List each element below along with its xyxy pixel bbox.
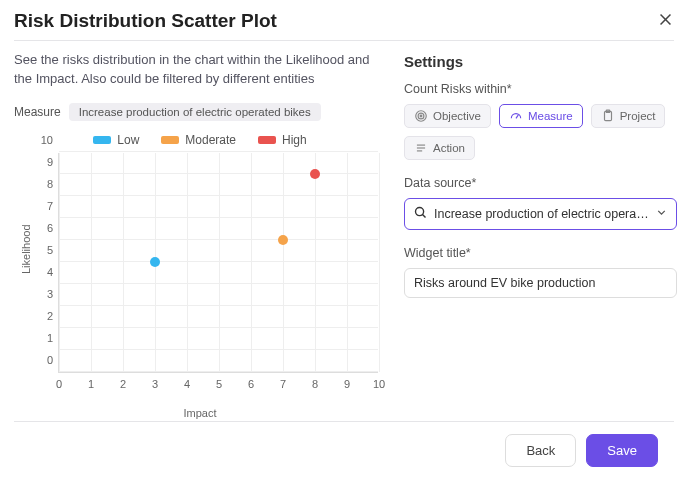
legend-swatch-moderate bbox=[161, 136, 179, 144]
footer: Back Save bbox=[14, 421, 674, 469]
chart: Low Moderate High Likelihood 00112233445… bbox=[14, 129, 386, 419]
gridline-h bbox=[59, 195, 378, 196]
gridline-v bbox=[59, 153, 60, 372]
save-button[interactable]: Save bbox=[586, 434, 658, 467]
target-icon bbox=[414, 109, 428, 123]
y-tick: 3 bbox=[33, 288, 53, 300]
y-tick: 0 bbox=[33, 354, 53, 366]
data-source-label: Data source* bbox=[404, 176, 677, 190]
gridline-v bbox=[379, 153, 380, 372]
entity-measure-label: Measure bbox=[528, 110, 573, 122]
svg-point-11 bbox=[416, 208, 424, 216]
data-point bbox=[278, 235, 288, 245]
search-icon bbox=[413, 205, 428, 223]
count-risks-label: Count Risks within* bbox=[404, 82, 677, 96]
gridline-v bbox=[219, 153, 220, 372]
header: Risk Distribution Scatter Plot bbox=[14, 0, 674, 40]
gridline-h bbox=[59, 173, 378, 174]
x-tick: 2 bbox=[120, 378, 126, 390]
legend-item-high: High bbox=[258, 133, 307, 147]
y-axis-label: Likelihood bbox=[20, 224, 32, 274]
entity-objective-label: Objective bbox=[433, 110, 481, 122]
gridline-v bbox=[91, 153, 92, 372]
x-tick: 3 bbox=[152, 378, 158, 390]
data-point bbox=[310, 169, 320, 179]
widget-title-label: Widget title* bbox=[404, 246, 677, 260]
x-tick: 8 bbox=[312, 378, 318, 390]
y-tick: 10 bbox=[33, 134, 53, 146]
gridline-v bbox=[283, 153, 284, 372]
y-tick: 2 bbox=[33, 310, 53, 322]
legend-swatch-high bbox=[258, 136, 276, 144]
page-title: Risk Distribution Scatter Plot bbox=[14, 10, 277, 32]
x-tick: 5 bbox=[216, 378, 222, 390]
modal: Risk Distribution Scatter Plot See the r… bbox=[0, 0, 688, 469]
y-tick: 1 bbox=[33, 332, 53, 344]
y-tick: 5 bbox=[33, 244, 53, 256]
measure-chip: Increase production of electric operated… bbox=[69, 103, 321, 121]
entity-action[interactable]: Action bbox=[404, 136, 475, 160]
x-tick: 7 bbox=[280, 378, 286, 390]
svg-line-12 bbox=[423, 215, 426, 218]
entity-project-label: Project bbox=[620, 110, 656, 122]
x-tick: 1 bbox=[88, 378, 94, 390]
measure-chip-row: Measure Increase production of electric … bbox=[14, 103, 386, 121]
back-button[interactable]: Back bbox=[505, 434, 576, 467]
y-tick: 9 bbox=[33, 156, 53, 168]
x-tick: 0 bbox=[56, 378, 62, 390]
y-tick: 8 bbox=[33, 178, 53, 190]
entity-measure[interactable]: Measure bbox=[499, 104, 583, 128]
entity-project[interactable]: Project bbox=[591, 104, 666, 128]
x-tick: 6 bbox=[248, 378, 254, 390]
measure-chip-prefix: Measure bbox=[14, 105, 61, 119]
gridline-v bbox=[315, 153, 316, 372]
legend-item-low: Low bbox=[93, 133, 139, 147]
legend-item-moderate: Moderate bbox=[161, 133, 236, 147]
legend-label-moderate: Moderate bbox=[185, 133, 236, 147]
clipboard-icon bbox=[601, 109, 615, 123]
description-text: See the risks distribution in the chart … bbox=[14, 51, 386, 89]
svg-line-5 bbox=[516, 115, 518, 119]
legend-label-low: Low bbox=[117, 133, 139, 147]
settings-panel: Settings Count Risks within* Objective M… bbox=[404, 51, 677, 419]
plot-area: 001122334455667788991010 bbox=[58, 153, 378, 373]
gridline-h bbox=[59, 239, 378, 240]
close-button[interactable] bbox=[657, 11, 674, 32]
gridline-h bbox=[59, 151, 378, 152]
y-tick: 4 bbox=[33, 266, 53, 278]
svg-point-4 bbox=[420, 115, 422, 117]
data-source-select[interactable]: Increase production of electric opera… bbox=[404, 198, 677, 230]
gridline-v bbox=[347, 153, 348, 372]
settings-title: Settings bbox=[404, 53, 677, 70]
legend-swatch-low bbox=[93, 136, 111, 144]
chart-legend: Low Moderate High bbox=[14, 129, 386, 153]
entity-selector: Objective Measure Project bbox=[404, 104, 677, 160]
legend-label-high: High bbox=[282, 133, 307, 147]
x-axis-label: Impact bbox=[14, 407, 386, 419]
y-tick: 7 bbox=[33, 200, 53, 212]
gridline-v bbox=[123, 153, 124, 372]
x-tick: 10 bbox=[373, 378, 385, 390]
entity-objective[interactable]: Objective bbox=[404, 104, 491, 128]
x-tick: 9 bbox=[344, 378, 350, 390]
close-icon bbox=[657, 11, 674, 28]
gridline-h bbox=[59, 217, 378, 218]
y-tick: 6 bbox=[33, 222, 53, 234]
entity-action-label: Action bbox=[433, 142, 465, 154]
x-tick: 4 bbox=[184, 378, 190, 390]
chevron-down-icon bbox=[655, 206, 668, 222]
gauge-icon bbox=[509, 109, 523, 123]
gridline-v bbox=[187, 153, 188, 372]
preview-panel: See the risks distribution in the chart … bbox=[14, 51, 386, 419]
data-source-value: Increase production of electric opera… bbox=[434, 207, 649, 221]
list-icon bbox=[414, 141, 428, 155]
widget-title-input[interactable] bbox=[404, 268, 677, 298]
gridline-v bbox=[251, 153, 252, 372]
data-point bbox=[150, 257, 160, 267]
